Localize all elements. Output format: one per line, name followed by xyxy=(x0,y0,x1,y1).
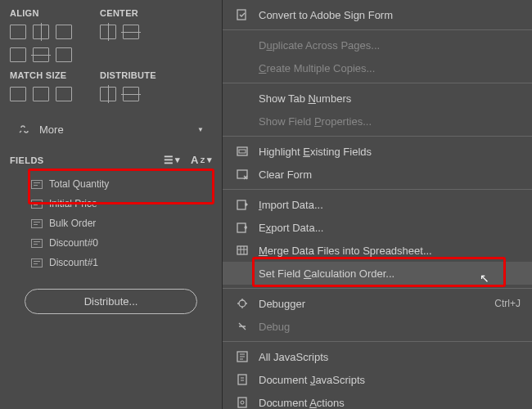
menu-item-document-actions[interactable]: Document Actions xyxy=(223,391,532,409)
chevron-down-icon: ▼ xyxy=(197,126,204,133)
more-dropdown[interactable]: More ▼ xyxy=(10,116,212,142)
menu-label: Export Data... xyxy=(259,222,521,234)
menu-item-show-field-properties: Show Field Properties... xyxy=(223,110,532,133)
convert-icon xyxy=(234,8,250,21)
align-vcenter-icon[interactable] xyxy=(33,47,49,62)
field-item[interactable]: Bulk Order xyxy=(10,213,212,233)
debug-icon xyxy=(234,320,250,333)
menu-item-create-multiple-copies: Create Multiple Copies... xyxy=(223,56,532,79)
menu-item-import-data[interactable]: Import Data... xyxy=(223,193,532,216)
menu-separator xyxy=(223,83,532,83)
menu-item-set-field-calculation-order[interactable]: Set Field Calculation Order... xyxy=(223,262,532,285)
align-right-icon[interactable] xyxy=(56,25,72,39)
center-row xyxy=(100,25,190,39)
menu-item-all-javascripts[interactable]: All JavaScripts xyxy=(223,345,532,368)
textfield-icon xyxy=(31,219,43,228)
menu-item-export-data[interactable]: Export Data... xyxy=(223,216,532,239)
menu-separator xyxy=(223,136,532,137)
textfield-icon xyxy=(31,180,43,189)
js-icon xyxy=(234,350,250,363)
menu-separator xyxy=(223,189,532,190)
menu-item-highlight-existing-fields[interactable]: Highlight Existing Fields xyxy=(223,140,532,163)
menu-label: Highlight Existing Fields xyxy=(259,146,521,158)
import-icon xyxy=(234,198,250,211)
svg-rect-0 xyxy=(237,10,246,20)
menu-label: Import Data... xyxy=(259,199,521,211)
matchsize-label: MATCH SIZE xyxy=(10,70,100,80)
align-label: ALIGN xyxy=(10,8,100,18)
field-item[interactable]: Initial Price xyxy=(10,194,212,213)
match-both-icon[interactable] xyxy=(56,87,72,101)
menu-label: Create Multiple Copies... xyxy=(259,62,521,74)
actions-icon xyxy=(234,396,250,409)
clear-icon xyxy=(234,168,250,181)
svg-point-7 xyxy=(239,300,246,307)
menu-item-clear-form[interactable]: Clear Form xyxy=(223,163,532,186)
menu-separator xyxy=(223,29,532,30)
align-left-icon[interactable] xyxy=(10,25,26,39)
distribute-button[interactable]: Distribute... xyxy=(25,289,197,314)
svg-rect-4 xyxy=(237,200,246,209)
menu-label: Merge Data Files into Spreadsheet... xyxy=(259,245,521,257)
align-row1 xyxy=(10,25,100,39)
align-top-icon[interactable] xyxy=(10,47,26,62)
menu-shortcut: Ctrl+J xyxy=(494,298,521,309)
match-height-icon[interactable] xyxy=(33,87,49,101)
textfield-icon xyxy=(31,200,43,209)
more-label: More xyxy=(39,124,197,136)
align-bottom-icon[interactable] xyxy=(56,47,72,62)
context-menu: Convert to Adobe Sign FormDuplicate Acro… xyxy=(223,0,532,409)
menu-label: Clear Form xyxy=(259,169,521,181)
blank-icon xyxy=(234,38,250,52)
menu-label: All JavaScripts xyxy=(259,351,521,363)
blank-icon xyxy=(234,61,250,74)
wrench-icon xyxy=(18,123,31,136)
menu-item-merge-data-files-into-spreadsheet[interactable]: Merge Data Files into Spreadsheet... xyxy=(223,239,532,262)
svg-rect-2 xyxy=(239,150,246,153)
distribute-h-icon[interactable] xyxy=(100,87,116,101)
distribute-label: DISTRIBUTE xyxy=(100,70,156,80)
svg-rect-9 xyxy=(238,375,246,384)
distribute-v-icon[interactable] xyxy=(123,87,139,101)
center-label: CENTER xyxy=(100,8,138,18)
svg-rect-6 xyxy=(237,246,247,254)
menu-label: Set Field Calculation Order... xyxy=(259,267,521,280)
distribute-row xyxy=(100,87,190,101)
menu-item-duplicate-across-pages: Duplicate Across Pages... xyxy=(223,34,532,56)
textfield-icon xyxy=(31,239,43,248)
sort-alpha-icon[interactable]: AZ▾ xyxy=(191,154,212,166)
align-hcenter-icon[interactable] xyxy=(33,25,49,39)
menu-label: Duplicate Across Pages... xyxy=(259,39,521,52)
menu-label: Debug xyxy=(259,321,521,333)
svg-rect-10 xyxy=(238,398,246,407)
menu-separator xyxy=(223,341,532,342)
center-v-icon[interactable] xyxy=(123,25,139,39)
left-panel: ALIGN CENTER MATCH SIZE DISTRIBUTE xyxy=(0,0,223,409)
matchsize-row xyxy=(10,87,100,101)
field-item[interactable]: Discount#1 xyxy=(10,253,212,272)
textfield-icon xyxy=(31,258,43,267)
menu-item-show-tab-numbers[interactable]: Show Tab Numbers xyxy=(223,87,532,110)
fields-header: FIELDS xyxy=(10,155,154,165)
menu-label: Document JavaScripts xyxy=(259,374,521,386)
field-item[interactable]: Discount#0 xyxy=(10,233,212,253)
sort-order-icon[interactable]: ☰▾ xyxy=(164,154,181,166)
menu-item-convert-to-adobe-sign-form[interactable]: Convert to Adobe Sign Form xyxy=(223,3,532,26)
blank-icon xyxy=(234,92,250,105)
blank-icon xyxy=(234,115,250,128)
merge-icon xyxy=(234,244,250,257)
docjs-icon xyxy=(234,373,250,386)
center-h-icon[interactable] xyxy=(100,25,116,39)
menu-item-debug: Debug xyxy=(223,315,532,338)
match-width-icon[interactable] xyxy=(10,87,26,101)
menu-item-document-javascripts[interactable]: Document JavaScripts xyxy=(223,368,532,391)
svg-point-11 xyxy=(241,401,244,404)
menu-separator xyxy=(223,288,532,289)
field-item[interactable]: Total Quantity xyxy=(10,174,212,194)
menu-label: Convert to Adobe Sign Form xyxy=(259,9,521,21)
menu-item-debugger[interactable]: DebuggerCtrl+J xyxy=(223,292,532,315)
menu-label: Show Tab Numbers xyxy=(259,92,521,105)
fields-list: Total Quantity Initial Price Bulk Order … xyxy=(10,174,212,272)
align-row2 xyxy=(10,47,100,62)
svg-rect-5 xyxy=(237,223,246,232)
